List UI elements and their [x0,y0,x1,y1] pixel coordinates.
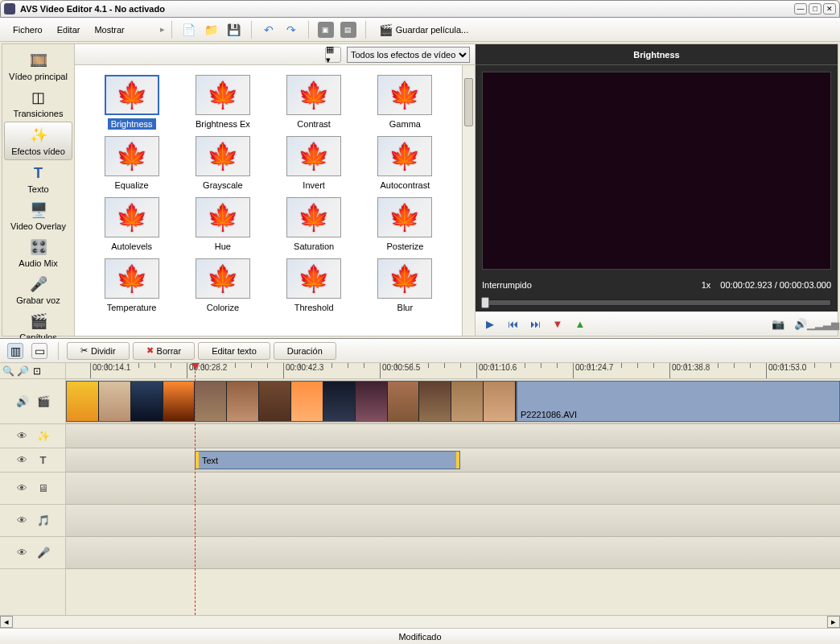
effect-label: Temperature [104,302,160,313]
zoom-fit-icon[interactable]: ⊡ [31,365,43,378]
effects-track[interactable] [66,424,840,448]
edit-text-button[interactable]: Editar texto [198,342,270,360]
audio-track-2[interactable] [66,537,840,569]
effect-item-temperature[interactable]: 🍁Temperature [88,258,175,313]
effect-item-autolevels[interactable]: 🍁Autolevels [88,197,175,252]
effect-item-grayscale[interactable]: 🍁Grayscale [179,136,266,191]
eye-icon[interactable]: 👁 [15,514,30,528]
volume-bars-icon[interactable]: ▁▂▃▅ [815,316,831,332]
menu-more-icon[interactable]: ▸ [133,24,165,35]
text-clip[interactable]: Text [195,451,460,469]
save-movie-button[interactable]: 🎬 Guardar película... [373,20,476,39]
preview-speed: 1x [702,280,711,290]
duration-button[interactable]: Duración [274,342,336,360]
new-file-icon[interactable]: 📄 [181,22,197,38]
nav-audio-mix[interactable]: 🎛️Audio Mix [2,234,74,271]
view-mode-1-icon[interactable]: ▣ [318,22,334,38]
mark-out-button[interactable]: ▲ [572,316,588,332]
redo-icon[interactable]: ↷ [283,22,299,38]
effect-thumb: 🍁 [105,197,159,237]
view-mode-2-icon[interactable]: ▤ [340,22,356,38]
preview-seek-slider[interactable] [482,299,831,306]
effects-filter-select[interactable]: Todos los efectos de vídeo [347,47,470,63]
overlay-track[interactable] [66,473,840,505]
timeline-h-scrollbar[interactable]: ◂ ▸ [0,615,840,628]
timeline-mode-2-icon[interactable]: ▭ [31,343,47,359]
effect-item-colorize[interactable]: 🍁Colorize [179,258,266,313]
effect-label: Equalize [112,180,152,191]
effect-item-invert[interactable]: 🍁Invert [270,136,358,191]
mark-in-button[interactable]: ▼ [550,316,566,332]
effect-item-equalize[interactable]: 🍁Equalize [88,136,175,191]
scroll-right-icon[interactable]: ▸ [827,616,840,628]
timeline-ruler[interactable]: 00:00:14.100:00:28.200:00:42.300:00:56.5… [66,363,840,379]
effect-item-saturation[interactable]: 🍁Saturation [270,197,358,252]
snapshot-button[interactable]: 📷 [770,316,786,332]
nav-video-effects[interactable]: ✨Efectos vídeo [4,122,72,160]
effect-item-gamma[interactable]: 🍁Gamma [361,75,449,130]
grid-view-icon[interactable]: ▦ ▾ [325,47,341,63]
split-button[interactable]: ✂Dividir [67,342,130,360]
timeline-mode-1-icon[interactable]: ▥ [7,343,23,359]
nav-main-video[interactable]: 🎞️Vídeo principal [2,47,74,85]
undo-icon[interactable]: ↶ [261,22,277,38]
delete-x-icon: ✖ [146,345,154,356]
prev-frame-button[interactable]: ⏮ [504,316,521,332]
nav-record-voice[interactable]: 🎤Grabar voz [2,271,74,308]
audio-mix-icon: 🎛️ [29,237,48,257]
clapper-icon[interactable]: 🎬 [36,394,51,409]
effect-item-brightness-ex[interactable]: 🍁Brightness Ex [179,75,266,130]
effects-icon: ✨ [29,126,48,145]
open-folder-icon[interactable]: 📁 [204,22,220,38]
text-track[interactable]: Text [66,448,840,473]
audio-track-1[interactable] [66,505,840,537]
monitor-icon[interactable]: 🖥 [36,481,51,496]
eye-icon[interactable]: 👁 [15,429,30,444]
nav-text[interactable]: TTexto [2,160,74,197]
next-frame-button[interactable]: ⏭ [527,316,543,332]
save-icon[interactable]: 💾 [226,22,242,38]
audio-icon[interactable]: 🎵 [36,514,51,528]
nav-transitions[interactable]: ◫Transiciones [2,85,74,122]
effect-item-autocontrast[interactable]: 🍁Autocontrast [361,136,449,191]
effect-item-hue[interactable]: 🍁Hue [179,197,266,252]
minimize-button[interactable]: — [794,3,807,14]
speaker-icon[interactable]: 🔊 [15,394,30,409]
volume-button[interactable]: 🔊 [793,316,809,332]
video-track[interactable]: P2221086.AVI [66,379,840,424]
zoom-out-icon[interactable]: 🔎 [16,365,29,378]
effect-item-brightness[interactable]: 🍁Brightness [88,75,175,130]
video-clip-tail[interactable]: P2221086.AVI [517,381,840,422]
menu-bar: Fichero Editar Mostrar ▸ 📄 📁 💾 ↶ ↷ ▣ ▤ 🎬… [0,18,840,42]
preview-time-total: 00:00:03.000 [780,280,831,290]
effect-item-posterize[interactable]: 🍁Posterize [361,197,449,252]
play-button[interactable]: ▶ [482,316,498,332]
menu-file[interactable]: Fichero [6,22,49,38]
text-icon: T [29,163,48,183]
scroll-left-icon[interactable]: ◂ [0,616,13,628]
video-clip-thumbs[interactable] [66,381,517,422]
fx-icon[interactable]: ✨ [36,429,51,444]
track-head-audio2: 👁🎤 [0,537,65,569]
effect-item-blur[interactable]: 🍁Blur [361,258,449,313]
effect-thumb: 🍁 [377,75,432,115]
effect-thumb: 🍁 [196,136,250,176]
menu-edit[interactable]: Editar [51,22,87,38]
menu-view[interactable]: Mostrar [88,22,130,38]
effects-scrollbar[interactable] [462,65,475,336]
zoom-in-icon[interactable]: 🔍 [2,365,14,378]
delete-button[interactable]: ✖Borrar [133,342,196,360]
nav-video-overlay[interactable]: 🖥️Video Overlay [2,197,74,234]
mic-icon[interactable]: 🎤 [36,546,51,560]
track-head-audio1: 👁🎵 [0,505,65,537]
eye-icon[interactable]: 👁 [15,481,30,496]
eye-icon[interactable]: 👁 [15,453,30,468]
text-t-icon[interactable]: T [36,453,51,468]
preview-status: Interrumpido [482,280,532,290]
close-button[interactable]: ✕ [823,3,836,14]
maximize-button[interactable]: □ [809,3,821,14]
effects-grid: 🍁Brightness🍁Brightness Ex🍁Contrast🍁Gamma… [75,65,462,336]
effect-item-contrast[interactable]: 🍁Contrast [270,75,358,130]
eye-icon[interactable]: 👁 [15,546,30,560]
effect-item-threshold[interactable]: 🍁Threshold [270,258,358,313]
